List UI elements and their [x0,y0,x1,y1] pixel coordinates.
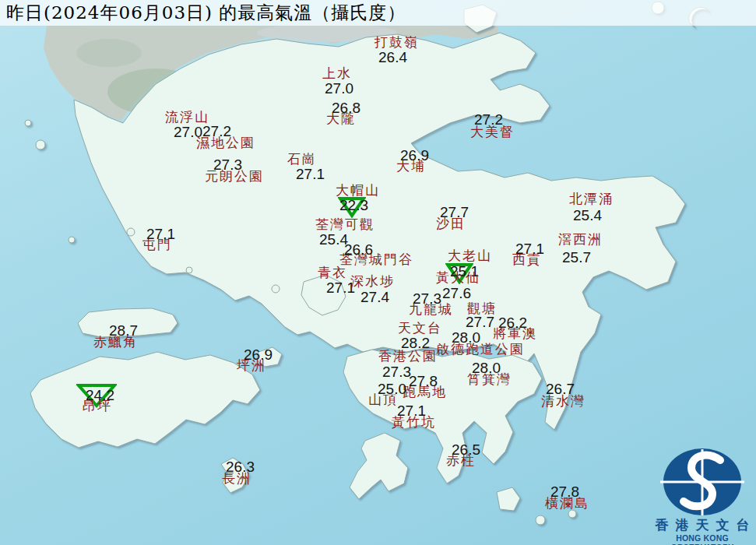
station-name: 天文台 [398,322,442,335]
small-islet [568,510,576,518]
small-islet [69,237,75,243]
station-name: 深水埗 [350,275,395,288]
small-islet [186,267,192,273]
urban-hill-patch [76,39,142,67]
small-islet [25,120,31,126]
hong-kong-map [0,0,756,545]
station-name: 上水 [322,67,352,80]
station-temperature-value: 27.3 [382,364,411,379]
station-temperature-value: 27.2 [202,124,231,139]
station-name: 流浮山 [165,111,209,124]
station-temperature-value: 27.4 [360,290,389,304]
station-temperature-value: 26.9 [400,148,429,163]
hko-logo-english-name: HONG KONG OBSERVATORY [647,533,756,545]
station-name: 香港公園 [378,350,438,363]
station-name: 大老山 [448,249,492,262]
station-temperature-value: 25.7 [562,250,591,265]
station-name: 打鼓嶺 [374,36,419,49]
hko-logo-emblem [659,446,746,518]
station-temperature-value: 27.2 [474,112,503,127]
station-temperature-value: 26.9 [244,347,273,362]
small-islet [272,285,280,293]
station-temperature-value: 27.8 [409,374,438,389]
lamma-island [350,433,408,499]
station-name: 大帽山 [336,184,380,197]
station-temperature-value: 27.1 [146,227,175,241]
station-temperature-value: 25.0 [378,382,406,396]
station-temperature-value: 27.0 [325,81,353,96]
station-temperature-value: 28.7 [109,323,138,338]
station-temperature-value: 27.1 [515,241,544,256]
station-name: 石崗 [287,153,317,166]
station-name: 滘西洲 [558,233,603,246]
station-temperature-value: 27.1 [397,403,426,418]
station-temperature-value: 26.6 [344,242,373,257]
station-temperature-value: 25.4 [573,208,602,223]
station-name: 荃灣可觀 [315,218,374,231]
weather-map-screen: 打鼓嶺26.4上水27.0大隴26.8流浮山27.0濕地公園27.2大美督27.… [0,0,756,545]
station-name: 黃大仙 [436,271,480,284]
page-title: 昨日(2024年06月03日) 的最高氣溫（攝氏度） [6,1,406,25]
hko-logo: 香港天文台 HONG KONG OBSERVATORY [647,446,756,545]
station-temperature-value: 22.3 [339,198,368,213]
waglan-islet [536,515,545,525]
small-islet [36,140,45,149]
lantau-island [30,352,260,448]
station-temperature-value: 27.8 [550,484,579,499]
station-temperature-value: 27.6 [442,286,471,301]
station-temperature-value: 26.7 [546,382,575,396]
station-temperature-value: 28.0 [472,360,501,375]
title-bar: 昨日(2024年06月03日) 的最高氣溫（攝氏度） [0,0,756,26]
station-temperature-value: 28.0 [452,330,480,345]
station-name: 北潭涌 [569,192,614,206]
po-toi-island [497,487,520,511]
station-temperature-value: 27.3 [213,157,242,172]
station-temperature-value: 26.3 [226,459,255,474]
station-temperature-value: 24.2 [86,388,114,403]
station-temperature-value: 26.8 [332,100,360,115]
station-temperature-value: 27.3 [413,291,441,306]
station-temperature-value: 26.2 [498,315,527,330]
station-name: 青衣 [318,266,347,280]
station-name: 啟德跑道公園 [436,343,525,356]
station-temperature-value: 26.4 [378,50,407,65]
small-islet [127,228,135,236]
station-temperature-value: 27.1 [296,167,325,181]
hko-logo-chinese-name: 香港天文台 [647,518,756,533]
station-temperature-value: 27.7 [440,205,469,220]
station-temperature-value: 26.5 [452,442,480,457]
station-temperature-value: 27.7 [466,315,494,329]
